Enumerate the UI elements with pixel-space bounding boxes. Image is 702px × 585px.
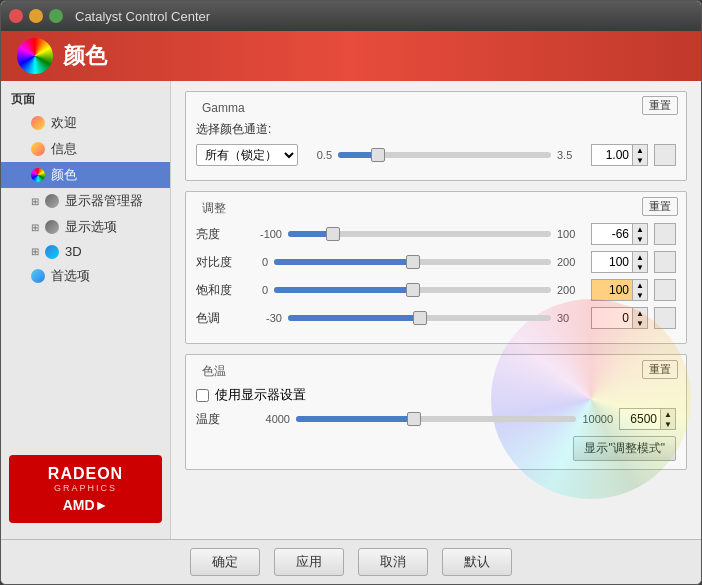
temp-spinbox: 6500 ▲ ▼ bbox=[619, 408, 676, 430]
monitor-settings-checkbox[interactable] bbox=[196, 389, 209, 402]
saturation-spinbox: ▲ ▼ bbox=[591, 279, 648, 301]
brightness-spin-down[interactable]: ▼ bbox=[633, 234, 647, 244]
contrast-spin-down[interactable]: ▼ bbox=[633, 262, 647, 272]
saturation-spin-up[interactable]: ▲ bbox=[633, 280, 647, 290]
temp-min: 4000 bbox=[254, 413, 290, 425]
hue-min: -30 bbox=[254, 312, 282, 324]
hue-max: 30 bbox=[557, 312, 585, 324]
sidebar-item-monitor-manager[interactable]: ⊞ 显示器管理器 bbox=[1, 188, 170, 214]
sidebar-item-3d[interactable]: ⊞ 3D bbox=[1, 240, 170, 263]
contrast-label: 对比度 bbox=[196, 254, 248, 271]
right-panel: Gamma 重置 选择颜色通道: 所有（锁定） 0.5 bbox=[171, 81, 701, 539]
temp-header: 色温 重置 bbox=[186, 355, 686, 380]
adjust-reset-button[interactable]: 重置 bbox=[642, 197, 678, 216]
sidebar-item-info[interactable]: 信息 bbox=[1, 136, 170, 162]
brightness-thumb[interactable] bbox=[326, 227, 340, 241]
hue-fill bbox=[288, 315, 420, 321]
gamma-spin-arrows: ▲ ▼ bbox=[633, 144, 648, 166]
cancel-button[interactable]: 取消 bbox=[358, 548, 428, 576]
gamma-slider-row: 所有（锁定） 0.5 3.5 1.00 bbox=[196, 144, 676, 166]
sidebar: 页面 欢迎 信息 颜色 ⊞ 显示器管理器 bbox=[1, 81, 171, 539]
minimize-button[interactable] bbox=[29, 9, 43, 23]
temp-max: 10000 bbox=[582, 413, 613, 425]
hue-thumb[interactable] bbox=[413, 311, 427, 325]
maximize-button[interactable] bbox=[49, 9, 63, 23]
expand-icon-monitor: ⊞ bbox=[31, 196, 39, 207]
gamma-slider-container: 0.5 3.5 bbox=[304, 149, 585, 161]
hue-spin-down[interactable]: ▼ bbox=[633, 318, 647, 328]
brightness-extra-btn[interactable] bbox=[654, 223, 676, 245]
temp-title: 色温 bbox=[194, 359, 234, 380]
gamma-extra-btn[interactable] bbox=[654, 144, 676, 166]
hue-extra-btn[interactable] bbox=[654, 307, 676, 329]
temp-label: 温度 bbox=[196, 411, 248, 428]
temp-slider-row: 温度 4000 10000 6500 ▲ bbox=[196, 408, 676, 430]
gamma-value-input[interactable]: 1.00 bbox=[591, 144, 633, 166]
hue-track[interactable] bbox=[288, 315, 551, 321]
amd-label: AMD► bbox=[19, 497, 152, 513]
brightness-spinbox: ▲ ▼ bbox=[591, 223, 648, 245]
confirm-button[interactable]: 确定 bbox=[190, 548, 260, 576]
saturation-min: 0 bbox=[254, 284, 268, 296]
saturation-spin-down[interactable]: ▼ bbox=[633, 290, 647, 300]
sidebar-item-preferences[interactable]: 首选项 bbox=[1, 263, 170, 289]
hue-spin-arrows: ▲ ▼ bbox=[633, 307, 648, 329]
gamma-slider-max: 3.5 bbox=[557, 149, 585, 161]
temp-track[interactable] bbox=[296, 416, 576, 422]
gamma-spin-down[interactable]: ▼ bbox=[633, 155, 647, 165]
saturation-max: 200 bbox=[557, 284, 585, 296]
temp-thumb[interactable] bbox=[407, 412, 421, 426]
default-button[interactable]: 默认 bbox=[442, 548, 512, 576]
brightness-slider-container: -100 100 bbox=[254, 228, 585, 240]
contrast-input[interactable] bbox=[591, 251, 633, 273]
contrast-spinbox: ▲ ▼ bbox=[591, 251, 648, 273]
gamma-slider-min: 0.5 bbox=[304, 149, 332, 161]
sidebar-item-label-welcome: 欢迎 bbox=[51, 114, 77, 132]
gamma-channel-select[interactable]: 所有（锁定） bbox=[196, 144, 298, 166]
titlebar: Catalyst Control Center bbox=[1, 1, 701, 31]
contrast-thumb[interactable] bbox=[406, 255, 420, 269]
saturation-spin-arrows: ▲ ▼ bbox=[633, 279, 648, 301]
contrast-extra-btn[interactable] bbox=[654, 251, 676, 273]
brightness-spin-up[interactable]: ▲ bbox=[633, 224, 647, 234]
close-button[interactable] bbox=[9, 9, 23, 23]
hue-row: 色调 -30 30 ▲ bbox=[196, 307, 676, 329]
saturation-slider-container: 0 200 bbox=[254, 284, 585, 296]
color-wheel-icon bbox=[17, 38, 53, 74]
saturation-track[interactable] bbox=[274, 287, 551, 293]
hue-spin-up[interactable]: ▲ bbox=[633, 308, 647, 318]
saturation-extra-btn[interactable] bbox=[654, 279, 676, 301]
sidebar-item-welcome[interactable]: 欢迎 bbox=[1, 110, 170, 136]
sidebar-item-color[interactable]: 颜色 bbox=[1, 162, 170, 188]
radeon-logo: RADEON GRAPHICS AMD► bbox=[9, 455, 162, 523]
temp-input[interactable]: 6500 bbox=[619, 408, 661, 430]
adjust-mode-row: 显示"调整模式" bbox=[196, 436, 676, 461]
welcome-icon bbox=[31, 116, 45, 130]
hue-input[interactable] bbox=[591, 307, 633, 329]
brightness-track[interactable] bbox=[288, 231, 551, 237]
adjust-mode-button[interactable]: 显示"调整模式" bbox=[573, 436, 676, 461]
sidebar-item-label-3d: 3D bbox=[65, 244, 82, 259]
temp-slider-container: 4000 10000 bbox=[254, 413, 613, 425]
gamma-slider-thumb[interactable] bbox=[371, 148, 385, 162]
gamma-slider-track[interactable] bbox=[338, 152, 551, 158]
saturation-thumb[interactable] bbox=[406, 283, 420, 297]
sidebar-item-label-prefs: 首选项 bbox=[51, 267, 90, 285]
hue-label: 色调 bbox=[196, 310, 248, 327]
sidebar-item-display-options[interactable]: ⊞ 显示选项 bbox=[1, 214, 170, 240]
display-icon bbox=[45, 220, 59, 234]
temp-spin-down[interactable]: ▼ bbox=[661, 419, 675, 429]
contrast-spin-up[interactable]: ▲ bbox=[633, 252, 647, 262]
temp-reset-button[interactable]: 重置 bbox=[642, 360, 678, 379]
adjust-header: 调整 重置 bbox=[186, 192, 686, 217]
apply-button[interactable]: 应用 bbox=[274, 548, 344, 576]
main-content: 页面 欢迎 信息 颜色 ⊞ 显示器管理器 bbox=[1, 81, 701, 539]
gamma-spin-up[interactable]: ▲ bbox=[633, 145, 647, 155]
saturation-input[interactable] bbox=[591, 279, 633, 301]
expand-icon-display: ⊞ bbox=[31, 222, 39, 233]
temp-spin-up[interactable]: ▲ bbox=[661, 409, 675, 419]
gamma-reset-button[interactable]: 重置 bbox=[642, 96, 678, 115]
contrast-track[interactable] bbox=[274, 259, 551, 265]
brightness-input[interactable] bbox=[591, 223, 633, 245]
contrast-min: 0 bbox=[254, 256, 268, 268]
